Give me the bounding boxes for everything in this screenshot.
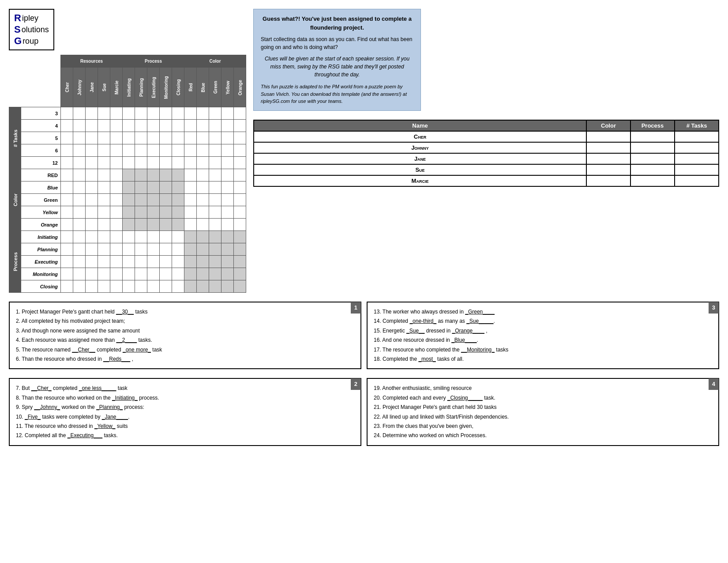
cell-r12-johnny[interactable] — [73, 157, 86, 169]
cell-clos-mon[interactable] — [160, 280, 172, 293]
cell-init-johnny[interactable] — [73, 231, 86, 243]
cell-r6-yellow[interactable] — [221, 144, 234, 157]
cell-blue-cher[interactable] — [61, 181, 73, 194]
cell-green-orange[interactable] — [234, 194, 246, 206]
cell-init-init[interactable] — [123, 231, 135, 243]
cell-r4-cher[interactable] — [61, 120, 73, 132]
cell-r4-green[interactable] — [209, 120, 221, 132]
cell-yellow-red[interactable] — [184, 206, 197, 219]
cell-r6-plan[interactable] — [135, 144, 147, 157]
cell-r5-orange[interactable] — [234, 132, 246, 144]
summary-process-johnny[interactable] — [630, 142, 675, 153]
cell-red-jane[interactable] — [86, 169, 98, 181]
cell-exec-marcie[interactable] — [110, 256, 123, 268]
cell-r12-init[interactable] — [123, 157, 135, 169]
cell-orange-johnny[interactable] — [73, 219, 86, 231]
cell-plan-johnny[interactable] — [73, 243, 86, 256]
cell-yellow-jane[interactable] — [86, 206, 98, 219]
cell-r6-init[interactable] — [123, 144, 135, 157]
cell-clos-clos[interactable] — [172, 280, 184, 293]
cell-clos-marcie[interactable] — [110, 280, 123, 293]
cell-r3-exec[interactable] — [147, 107, 160, 120]
cell-blue-orange[interactable] — [234, 181, 246, 194]
cell-blue-red[interactable] — [184, 181, 197, 194]
cell-yellow-blue[interactable] — [197, 206, 209, 219]
cell-init-sue[interactable] — [98, 231, 110, 243]
cell-plan-sue[interactable] — [98, 243, 110, 256]
cell-red-johnny[interactable] — [73, 169, 86, 181]
cell-r4-jane[interactable] — [86, 120, 98, 132]
cell-r5-red[interactable] — [184, 132, 197, 144]
cell-init-jane[interactable] — [86, 231, 98, 243]
cell-r12-marcie[interactable] — [110, 157, 123, 169]
cell-r12-cher[interactable] — [61, 157, 73, 169]
cell-r3-red[interactable] — [184, 107, 197, 120]
cell-r5-exec[interactable] — [147, 132, 160, 144]
cell-r6-red[interactable] — [184, 144, 197, 157]
cell-r5-yellow[interactable] — [221, 132, 234, 144]
cell-r3-jane[interactable] — [86, 107, 98, 120]
cell-clos-sue[interactable] — [98, 280, 110, 293]
cell-blue-marcie[interactable] — [110, 181, 123, 194]
cell-r5-mon[interactable] — [160, 132, 172, 144]
cell-r6-blue[interactable] — [197, 144, 209, 157]
cell-r4-johnny[interactable] — [73, 120, 86, 132]
cell-r6-marcie[interactable] — [110, 144, 123, 157]
cell-r4-red[interactable] — [184, 120, 197, 132]
cell-mon-plan[interactable] — [135, 268, 147, 280]
cell-yellow-marcie[interactable] — [110, 206, 123, 219]
cell-mon-mon[interactable] — [160, 268, 172, 280]
summary-color-johnny[interactable] — [586, 142, 630, 153]
cell-r5-marcie[interactable] — [110, 132, 123, 144]
cell-green-sue[interactable] — [98, 194, 110, 206]
cell-exec-cher[interactable] — [61, 256, 73, 268]
cell-yellow-yellow[interactable] — [221, 206, 234, 219]
cell-red-red[interactable] — [184, 169, 197, 181]
cell-blue-johnny[interactable] — [73, 181, 86, 194]
cell-init-clos[interactable] — [172, 231, 184, 243]
cell-plan-mon[interactable] — [160, 243, 172, 256]
cell-r4-plan[interactable] — [135, 120, 147, 132]
cell-r6-jane[interactable] — [86, 144, 98, 157]
cell-plan-plan[interactable] — [135, 243, 147, 256]
cell-red-yellow[interactable] — [221, 169, 234, 181]
cell-r4-sue[interactable] — [98, 120, 110, 132]
cell-r4-clos[interactable] — [172, 120, 184, 132]
cell-r12-jane[interactable] — [86, 157, 98, 169]
cell-r3-cher[interactable] — [61, 107, 73, 120]
cell-blue-sue[interactable] — [98, 181, 110, 194]
cell-r6-exec[interactable] — [147, 144, 160, 157]
cell-blue-yellow[interactable] — [221, 181, 234, 194]
cell-blue-green[interactable] — [209, 181, 221, 194]
cell-red-orange[interactable] — [234, 169, 246, 181]
summary-color-jane[interactable] — [586, 153, 630, 164]
cell-exec-johnny[interactable] — [73, 256, 86, 268]
cell-r4-exec[interactable] — [147, 120, 160, 132]
cell-mon-clos[interactable] — [172, 268, 184, 280]
cell-red-blue[interactable] — [197, 169, 209, 181]
cell-mon-johnny[interactable] — [73, 268, 86, 280]
cell-green-red[interactable] — [184, 194, 197, 206]
cell-r12-plan[interactable] — [135, 157, 147, 169]
cell-exec-mon[interactable] — [160, 256, 172, 268]
cell-clos-cher[interactable] — [61, 280, 73, 293]
cell-yellow-sue[interactable] — [98, 206, 110, 219]
cell-plan-init[interactable] — [123, 243, 135, 256]
cell-exec-init[interactable] — [123, 256, 135, 268]
summary-process-jane[interactable] — [630, 153, 675, 164]
cell-r12-sue[interactable] — [98, 157, 110, 169]
cell-r3-sue[interactable] — [98, 107, 110, 120]
cell-r12-clos[interactable] — [172, 157, 184, 169]
cell-yellow-orange[interactable] — [234, 206, 246, 219]
cell-r12-orange[interactable] — [234, 157, 246, 169]
cell-init-exec[interactable] — [147, 231, 160, 243]
summary-tasks-jane[interactable] — [675, 153, 719, 164]
cell-clos-init[interactable] — [123, 280, 135, 293]
cell-orange-jane[interactable] — [86, 219, 98, 231]
cell-r4-marcie[interactable] — [110, 120, 123, 132]
summary-process-sue[interactable] — [630, 164, 675, 175]
cell-green-marcie[interactable] — [110, 194, 123, 206]
cell-r12-green[interactable] — [209, 157, 221, 169]
cell-green-jane[interactable] — [86, 194, 98, 206]
cell-r3-orange[interactable] — [234, 107, 246, 120]
